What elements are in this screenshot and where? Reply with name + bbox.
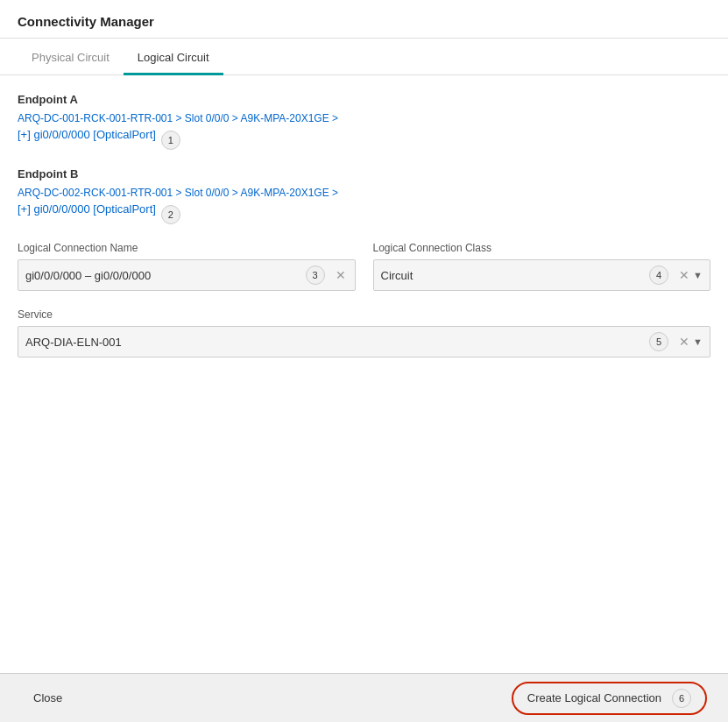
logical-connection-name-input-wrapper: 3 ✕ — [18, 259, 356, 291]
endpoint-a-link[interactable]: [+] gi0/0/0/000 [OpticalPort] — [18, 128, 156, 141]
endpoint-b-section: Endpoint B ARQ-DC-002-RCK-001-RTR-001 > … — [18, 167, 710, 230]
tabs-container: Physical Circuit Logical Circuit — [0, 42, 728, 75]
logical-connection-name-badge: 3 — [306, 265, 325, 285]
close-button[interactable]: Close — [21, 686, 74, 710]
logical-connection-class-arrow-icon[interactable]: ▼ — [693, 270, 703, 280]
service-group: Service ARQ-DIA-ELN-001 5 ✕ ▼ — [18, 308, 710, 357]
endpoint-b-breadcrumb[interactable]: ARQ-DC-002-RCK-001-RTR-001 > Slot 0/0/0 … — [18, 187, 338, 199]
service-arrow-icon[interactable]: ▼ — [693, 336, 703, 347]
service-select[interactable]: ARQ-DIA-ELN-001 5 ✕ ▼ — [18, 326, 710, 357]
create-connection-wrapper: Create Logical Connection 6 — [512, 682, 707, 715]
endpoint-b-badge: 2 — [161, 205, 180, 224]
footer: Close Create Logical Connection 6 — [0, 673, 728, 722]
service-row: Service ARQ-DIA-ELN-001 5 ✕ ▼ — [18, 308, 710, 357]
endpoint-a-section: Endpoint A ARQ-DC-001-RCK-001-RTR-001 > … — [18, 93, 710, 155]
logical-connection-class-group: Logical Connection Class Circuit 4 ✕ ▼ — [373, 242, 711, 291]
logical-connection-class-badge: 4 — [649, 265, 668, 285]
endpoint-a-breadcrumb[interactable]: ARQ-DC-001-RCK-001-RTR-001 > Slot 0/0/0 … — [18, 112, 338, 124]
endpoint-a-badge: 1 — [161, 131, 180, 150]
page-title: Connectivity Manager — [18, 14, 154, 29]
logical-connection-name-label: Logical Connection Name — [18, 242, 356, 254]
tab-physical[interactable]: Physical Circuit — [18, 42, 124, 75]
create-logical-connection-label: Create Logical Connection — [527, 691, 661, 704]
service-clear-icon[interactable]: ✕ — [679, 335, 689, 349]
service-badge: 5 — [649, 332, 668, 351]
logical-connection-name-clear-icon[interactable]: ✕ — [336, 268, 346, 282]
header: Connectivity Manager — [0, 0, 728, 39]
tab-logical[interactable]: Logical Circuit — [124, 42, 223, 75]
logical-connection-class-label: Logical Connection Class — [373, 242, 711, 254]
service-label: Service — [18, 308, 710, 321]
logical-connection-class-select[interactable]: Circuit 4 ✕ ▼ — [373, 259, 711, 291]
create-logical-connection-button[interactable]: Create Logical Connection 6 — [512, 682, 707, 715]
service-value: ARQ-DIA-ELN-001 — [25, 336, 644, 349]
logical-connection-class-clear-icon[interactable]: ✕ — [679, 268, 689, 282]
create-logical-connection-badge: 6 — [672, 689, 691, 708]
endpoint-b-label: Endpoint B — [18, 167, 710, 180]
logical-connection-name-group: Logical Connection Name 3 ✕ — [18, 242, 356, 291]
main-content: Endpoint A ARQ-DC-001-RCK-001-RTR-001 > … — [0, 75, 728, 673]
logical-connection-name-input[interactable] — [25, 269, 300, 282]
connection-name-class-row: Logical Connection Name 3 ✕ Logical Conn… — [18, 242, 710, 291]
endpoint-a-label: Endpoint A — [18, 93, 710, 106]
endpoint-b-link[interactable]: [+] gi0/0/0/000 [OpticalPort] — [18, 202, 156, 216]
logical-connection-class-value: Circuit — [381, 269, 645, 282]
